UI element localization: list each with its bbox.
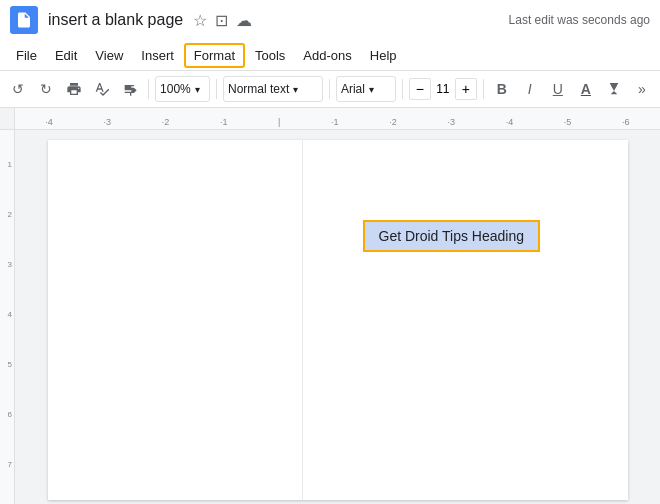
- ruler-mark: ·2: [389, 117, 397, 127]
- redo-button[interactable]: ↻: [34, 76, 58, 102]
- ruler-mark: ·1: [220, 117, 228, 127]
- font-select[interactable]: Arial ▾: [336, 76, 396, 102]
- ruler-row: ·4 ·3 ·2 ·1 | ·1 ·2 ·3 ·4 ·5 ·6: [0, 108, 660, 130]
- ruler: ·4 ·3 ·2 ·1 | ·1 ·2 ·3 ·4 ·5 ·6: [15, 108, 660, 129]
- vertical-gutter: 1 2 3 4 5 6 7: [0, 130, 15, 504]
- ruler-mark: |: [278, 117, 280, 127]
- ruler-mark: ·2: [162, 117, 170, 127]
- menu-bar: File Edit View Insert Format Tools Add-o…: [0, 40, 660, 70]
- font-size-value: 11: [431, 82, 455, 96]
- page-left-section: [48, 140, 303, 500]
- ruler-mark: ·6: [622, 117, 630, 127]
- heading-text: Get Droid Tips Heading: [379, 228, 525, 244]
- font-size-decrease[interactable]: −: [409, 78, 431, 100]
- font-size-controls: − 11 +: [409, 78, 477, 100]
- menu-help[interactable]: Help: [362, 45, 405, 66]
- menu-format[interactable]: Format: [184, 43, 245, 68]
- menu-addons[interactable]: Add-ons: [295, 45, 359, 66]
- toolbar-sep-3: [329, 79, 330, 99]
- zoom-value: 100%: [160, 82, 191, 96]
- zoom-chevron: ▾: [195, 84, 200, 95]
- font-value: Arial: [341, 82, 365, 96]
- star-icon[interactable]: ☆: [193, 11, 207, 30]
- underline-button[interactable]: U: [546, 76, 570, 102]
- toolbar-sep-1: [148, 79, 149, 99]
- print-button[interactable]: [62, 76, 86, 102]
- ruler-mark: ·4: [45, 117, 53, 127]
- paint-format-button[interactable]: [118, 76, 142, 102]
- ruler-mark: ·1: [331, 117, 339, 127]
- page-content: Get Droid Tips Heading: [333, 160, 598, 262]
- italic-button[interactable]: I: [518, 76, 542, 102]
- style-value: Normal text: [228, 82, 289, 96]
- ruler-mark: ·3: [104, 117, 112, 127]
- document-canvas[interactable]: Get Droid Tips Heading: [15, 130, 660, 504]
- last-edit-text: Last edit was seconds ago: [509, 13, 650, 27]
- more-button[interactable]: »: [630, 76, 654, 102]
- ruler-mark: ·3: [447, 117, 455, 127]
- toolbar-sep-5: [483, 79, 484, 99]
- ruler-mark: ·5: [564, 117, 572, 127]
- toolbar: ↺ ↻ 100% ▾ Normal text ▾ Arial ▾ − 11 + …: [0, 70, 660, 108]
- style-select[interactable]: Normal text ▾: [223, 76, 323, 102]
- menu-file[interactable]: File: [8, 45, 45, 66]
- main-area: 1 2 3 4 5 6 7 Get Droid Tips Heading: [0, 130, 660, 504]
- ruler-mark: ·4: [506, 117, 514, 127]
- title-bar: insert a blank page ☆ ⊡ ☁ Last edit was …: [0, 0, 660, 40]
- heading-text-box[interactable]: Get Droid Tips Heading: [363, 220, 541, 252]
- title-icons: ☆ ⊡ ☁: [193, 11, 252, 30]
- ruler-corner: [0, 108, 15, 129]
- menu-tools[interactable]: Tools: [247, 45, 293, 66]
- text-color-button[interactable]: A: [574, 76, 598, 102]
- menu-edit[interactable]: Edit: [47, 45, 85, 66]
- doc-title[interactable]: insert a blank page: [48, 11, 183, 29]
- font-chevron: ▾: [369, 84, 374, 95]
- style-chevron: ▾: [293, 84, 298, 95]
- doc-icon: [10, 6, 38, 34]
- spellcheck-button[interactable]: [90, 76, 114, 102]
- font-size-increase[interactable]: +: [455, 78, 477, 100]
- document-page: Get Droid Tips Heading: [48, 140, 628, 500]
- bold-button[interactable]: B: [490, 76, 514, 102]
- toolbar-sep-4: [402, 79, 403, 99]
- folder-icon[interactable]: ⊡: [215, 11, 228, 30]
- highlight-button[interactable]: [602, 76, 626, 102]
- zoom-select[interactable]: 100% ▾: [155, 76, 210, 102]
- cloud-icon[interactable]: ☁: [236, 11, 252, 30]
- toolbar-sep-2: [216, 79, 217, 99]
- menu-view[interactable]: View: [87, 45, 131, 66]
- menu-insert[interactable]: Insert: [133, 45, 182, 66]
- undo-button[interactable]: ↺: [6, 76, 30, 102]
